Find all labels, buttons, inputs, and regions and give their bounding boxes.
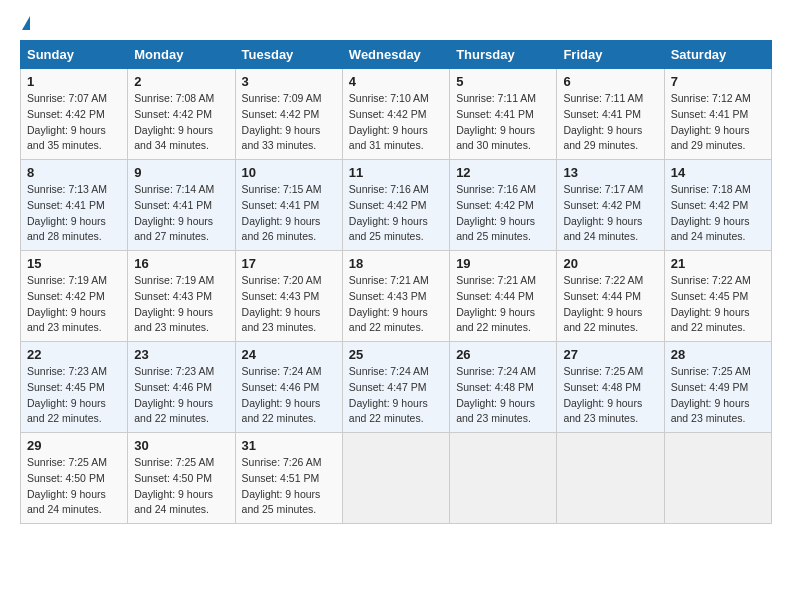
calendar-week-row-4: 22Sunrise: 7:23 AMSunset: 4:45 PMDayligh… [21, 342, 772, 433]
day-info: Sunrise: 7:19 AMSunset: 4:43 PMDaylight:… [134, 273, 228, 336]
table-row: 7Sunrise: 7:12 AMSunset: 4:41 PMDaylight… [664, 69, 771, 160]
day-number: 21 [671, 256, 765, 271]
day-info: Sunrise: 7:16 AMSunset: 4:42 PMDaylight:… [456, 182, 550, 245]
day-info: Sunrise: 7:14 AMSunset: 4:41 PMDaylight:… [134, 182, 228, 245]
day-number: 16 [134, 256, 228, 271]
header [20, 16, 772, 30]
table-row [450, 433, 557, 524]
day-number: 12 [456, 165, 550, 180]
table-row: 18Sunrise: 7:21 AMSunset: 4:43 PMDayligh… [342, 251, 449, 342]
day-info: Sunrise: 7:11 AMSunset: 4:41 PMDaylight:… [563, 91, 657, 154]
table-row: 30Sunrise: 7:25 AMSunset: 4:50 PMDayligh… [128, 433, 235, 524]
day-number: 19 [456, 256, 550, 271]
day-number: 17 [242, 256, 336, 271]
day-info: Sunrise: 7:25 AMSunset: 4:50 PMDaylight:… [134, 455, 228, 518]
calendar-week-row-3: 15Sunrise: 7:19 AMSunset: 4:42 PMDayligh… [21, 251, 772, 342]
day-number: 18 [349, 256, 443, 271]
day-number: 29 [27, 438, 121, 453]
table-row: 10Sunrise: 7:15 AMSunset: 4:41 PMDayligh… [235, 160, 342, 251]
day-number: 10 [242, 165, 336, 180]
day-info: Sunrise: 7:25 AMSunset: 4:48 PMDaylight:… [563, 364, 657, 427]
day-info: Sunrise: 7:12 AMSunset: 4:41 PMDaylight:… [671, 91, 765, 154]
calendar-header-row: SundayMondayTuesdayWednesdayThursdayFrid… [21, 41, 772, 69]
table-row: 13Sunrise: 7:17 AMSunset: 4:42 PMDayligh… [557, 160, 664, 251]
logo [20, 16, 30, 30]
table-row: 17Sunrise: 7:20 AMSunset: 4:43 PMDayligh… [235, 251, 342, 342]
table-row: 5Sunrise: 7:11 AMSunset: 4:41 PMDaylight… [450, 69, 557, 160]
day-number: 31 [242, 438, 336, 453]
day-info: Sunrise: 7:24 AMSunset: 4:48 PMDaylight:… [456, 364, 550, 427]
day-number: 1 [27, 74, 121, 89]
table-row: 31Sunrise: 7:26 AMSunset: 4:51 PMDayligh… [235, 433, 342, 524]
day-number: 22 [27, 347, 121, 362]
day-number: 20 [563, 256, 657, 271]
day-info: Sunrise: 7:24 AMSunset: 4:47 PMDaylight:… [349, 364, 443, 427]
day-info: Sunrise: 7:11 AMSunset: 4:41 PMDaylight:… [456, 91, 550, 154]
day-info: Sunrise: 7:21 AMSunset: 4:44 PMDaylight:… [456, 273, 550, 336]
day-number: 8 [27, 165, 121, 180]
table-row: 22Sunrise: 7:23 AMSunset: 4:45 PMDayligh… [21, 342, 128, 433]
table-row: 29Sunrise: 7:25 AMSunset: 4:50 PMDayligh… [21, 433, 128, 524]
table-row: 24Sunrise: 7:24 AMSunset: 4:46 PMDayligh… [235, 342, 342, 433]
day-number: 3 [242, 74, 336, 89]
day-number: 14 [671, 165, 765, 180]
table-row: 16Sunrise: 7:19 AMSunset: 4:43 PMDayligh… [128, 251, 235, 342]
day-number: 11 [349, 165, 443, 180]
day-number: 27 [563, 347, 657, 362]
table-row: 6Sunrise: 7:11 AMSunset: 4:41 PMDaylight… [557, 69, 664, 160]
day-info: Sunrise: 7:19 AMSunset: 4:42 PMDaylight:… [27, 273, 121, 336]
calendar-week-row-5: 29Sunrise: 7:25 AMSunset: 4:50 PMDayligh… [21, 433, 772, 524]
table-row: 26Sunrise: 7:24 AMSunset: 4:48 PMDayligh… [450, 342, 557, 433]
day-number: 4 [349, 74, 443, 89]
day-info: Sunrise: 7:23 AMSunset: 4:46 PMDaylight:… [134, 364, 228, 427]
logo-triangle-icon [22, 16, 30, 30]
calendar-week-row-2: 8Sunrise: 7:13 AMSunset: 4:41 PMDaylight… [21, 160, 772, 251]
table-row: 8Sunrise: 7:13 AMSunset: 4:41 PMDaylight… [21, 160, 128, 251]
day-number: 25 [349, 347, 443, 362]
day-number: 6 [563, 74, 657, 89]
calendar-header-wednesday: Wednesday [342, 41, 449, 69]
day-number: 9 [134, 165, 228, 180]
day-info: Sunrise: 7:07 AMSunset: 4:42 PMDaylight:… [27, 91, 121, 154]
table-row: 23Sunrise: 7:23 AMSunset: 4:46 PMDayligh… [128, 342, 235, 433]
day-number: 30 [134, 438, 228, 453]
calendar-header-friday: Friday [557, 41, 664, 69]
day-number: 7 [671, 74, 765, 89]
day-info: Sunrise: 7:20 AMSunset: 4:43 PMDaylight:… [242, 273, 336, 336]
table-row: 11Sunrise: 7:16 AMSunset: 4:42 PMDayligh… [342, 160, 449, 251]
table-row: 12Sunrise: 7:16 AMSunset: 4:42 PMDayligh… [450, 160, 557, 251]
day-info: Sunrise: 7:16 AMSunset: 4:42 PMDaylight:… [349, 182, 443, 245]
table-row: 28Sunrise: 7:25 AMSunset: 4:49 PMDayligh… [664, 342, 771, 433]
day-info: Sunrise: 7:13 AMSunset: 4:41 PMDaylight:… [27, 182, 121, 245]
day-info: Sunrise: 7:08 AMSunset: 4:42 PMDaylight:… [134, 91, 228, 154]
day-info: Sunrise: 7:25 AMSunset: 4:50 PMDaylight:… [27, 455, 121, 518]
calendar-header-thursday: Thursday [450, 41, 557, 69]
calendar-header-saturday: Saturday [664, 41, 771, 69]
table-row: 1Sunrise: 7:07 AMSunset: 4:42 PMDaylight… [21, 69, 128, 160]
day-info: Sunrise: 7:17 AMSunset: 4:42 PMDaylight:… [563, 182, 657, 245]
day-number: 28 [671, 347, 765, 362]
day-number: 5 [456, 74, 550, 89]
table-row [557, 433, 664, 524]
day-info: Sunrise: 7:10 AMSunset: 4:42 PMDaylight:… [349, 91, 443, 154]
day-number: 15 [27, 256, 121, 271]
day-number: 13 [563, 165, 657, 180]
table-row: 19Sunrise: 7:21 AMSunset: 4:44 PMDayligh… [450, 251, 557, 342]
calendar-header-tuesday: Tuesday [235, 41, 342, 69]
table-row: 14Sunrise: 7:18 AMSunset: 4:42 PMDayligh… [664, 160, 771, 251]
table-row: 15Sunrise: 7:19 AMSunset: 4:42 PMDayligh… [21, 251, 128, 342]
table-row: 27Sunrise: 7:25 AMSunset: 4:48 PMDayligh… [557, 342, 664, 433]
day-info: Sunrise: 7:22 AMSunset: 4:44 PMDaylight:… [563, 273, 657, 336]
calendar-week-row-1: 1Sunrise: 7:07 AMSunset: 4:42 PMDaylight… [21, 69, 772, 160]
calendar-header-sunday: Sunday [21, 41, 128, 69]
table-row: 21Sunrise: 7:22 AMSunset: 4:45 PMDayligh… [664, 251, 771, 342]
table-row [664, 433, 771, 524]
table-row [342, 433, 449, 524]
day-info: Sunrise: 7:24 AMSunset: 4:46 PMDaylight:… [242, 364, 336, 427]
table-row: 3Sunrise: 7:09 AMSunset: 4:42 PMDaylight… [235, 69, 342, 160]
day-info: Sunrise: 7:09 AMSunset: 4:42 PMDaylight:… [242, 91, 336, 154]
day-info: Sunrise: 7:18 AMSunset: 4:42 PMDaylight:… [671, 182, 765, 245]
day-number: 24 [242, 347, 336, 362]
table-row: 4Sunrise: 7:10 AMSunset: 4:42 PMDaylight… [342, 69, 449, 160]
table-row: 20Sunrise: 7:22 AMSunset: 4:44 PMDayligh… [557, 251, 664, 342]
